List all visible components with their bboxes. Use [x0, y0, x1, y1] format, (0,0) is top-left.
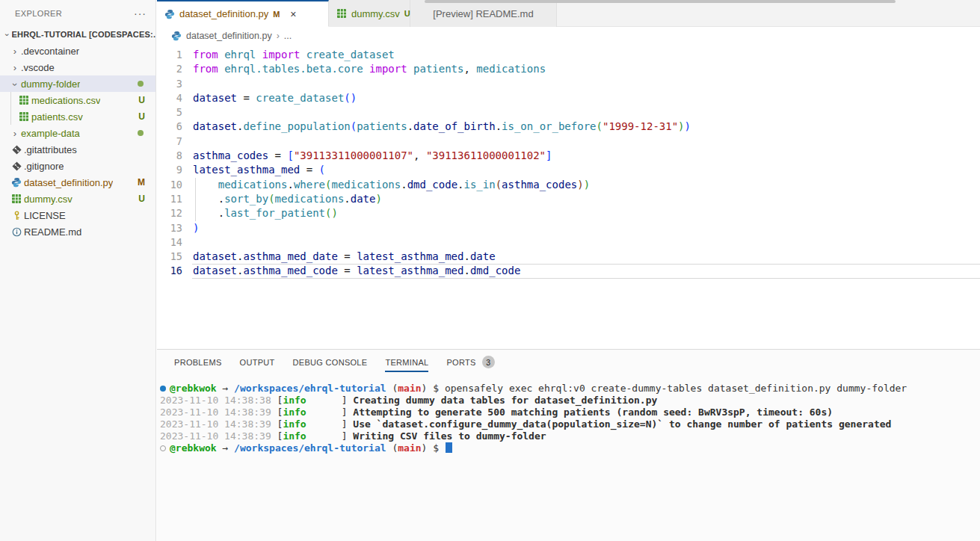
tab-dummy-csv[interactable]: dummy.csv U — [329, 0, 410, 27]
python-icon — [164, 9, 175, 19]
line-number: 11 — [157, 192, 182, 206]
tree-item-label: README.md — [24, 226, 81, 238]
code-line[interactable]: 5 — [157, 105, 980, 120]
tree-item-dummy-folder[interactable]: ›dummy-folder — [0, 75, 155, 92]
file-tree: ›.devcontainer›.vscode›dummy-foldermedic… — [0, 43, 155, 240]
code-line[interactable]: 2from ehrql.tables.beta.core import pati… — [157, 62, 980, 76]
tree-item-label: LICENSE — [24, 210, 66, 221]
line-number: 14 — [157, 235, 182, 250]
terminal-output[interactable]: @rebkwok → /workspaces/ehrql-tutorial (m… — [157, 374, 980, 454]
git-status-badge: U — [138, 111, 145, 122]
code-line[interactable]: 6dataset.define_population(patients.date… — [157, 120, 980, 134]
tree-item-example-data[interactable]: ›example-data — [0, 125, 155, 141]
code-line[interactable]: 3 — [157, 77, 980, 91]
line-number: 3 — [157, 77, 182, 91]
tab-problems[interactable]: PROBLEMS — [174, 350, 222, 374]
tab-dataset-definition[interactable]: dataset_definition.py M × — [157, 0, 329, 27]
tree-item-label: dataset_definition.py — [24, 177, 113, 188]
tab-label: [Preview] README.md — [433, 8, 533, 19]
tree-item--devcontainer[interactable]: ›.devcontainer — [0, 43, 155, 59]
tree-item--vscode[interactable]: ›.vscode — [0, 59, 155, 75]
line-number: 8 — [157, 149, 182, 163]
git-icon — [9, 145, 24, 155]
tree-item-label: .vscode — [21, 62, 55, 73]
tab-scrollbar-thumb[interactable] — [425, 0, 896, 3]
chevron-down-icon: › — [1, 30, 12, 39]
code-line[interactable]: 10 medications.where(medications.dmd_cod… — [157, 178, 980, 192]
tree-item-readme-md[interactable]: README.md — [0, 223, 155, 240]
chevron-right-icon: › — [9, 128, 21, 139]
chevron-right-icon: › — [9, 62, 21, 73]
close-icon[interactable]: × — [287, 8, 299, 20]
line-number: 1 — [157, 48, 182, 62]
python-icon — [9, 177, 24, 188]
code-line[interactable]: 13) — [157, 221, 980, 235]
git-status-badge: M — [138, 177, 145, 188]
tree-item-license[interactable]: LICENSE — [0, 207, 155, 223]
ports-count-badge: 3 — [482, 356, 495, 368]
code-line[interactable]: 15dataset.asthma_med_date = latest_asthm… — [157, 250, 980, 264]
tree-item-patients-csv[interactable]: patients.csvU — [10, 108, 155, 125]
csv-icon — [9, 194, 24, 204]
code-line[interactable]: 11 .sort_by(medications.date) — [157, 192, 980, 206]
code-line[interactable]: 12 .last_for_patient() — [157, 206, 980, 220]
code-line[interactable]: 1from ehrql import create_dataset — [157, 48, 980, 62]
csv-icon — [16, 111, 31, 122]
breadcrumb-file[interactable]: dataset_definition.py — [186, 31, 272, 41]
code-line[interactable]: 7 — [157, 135, 980, 149]
code-line[interactable]: 8asthma_codes = ["39113311000001107", "3… — [157, 149, 980, 163]
terminal-log-line: 2023-11-10 14:38:39 [info ] Use `dataset… — [160, 418, 980, 430]
code-line[interactable]: 9latest_asthma_med = ( — [157, 163, 980, 177]
tab-ports[interactable]: PORTS 3 — [446, 350, 494, 374]
explorer-title: EXPLORER — [15, 9, 62, 18]
tree-item-dummy-csv[interactable]: dummy.csvU — [0, 191, 155, 207]
ports-label: PORTS — [446, 350, 475, 374]
tree-item-label: .gitattributes — [24, 144, 77, 155]
code-line[interactable]: 14 — [157, 235, 980, 250]
tree-item-label: patients.csv — [31, 111, 83, 123]
tab-label: dummy.csv — [351, 8, 400, 19]
terminal-prompt-line: @rebkwok → /workspaces/ehrql-tutorial (m… — [160, 383, 980, 395]
chevron-right-icon: › — [9, 46, 21, 57]
line-number: 2 — [157, 62, 182, 76]
breadcrumb[interactable]: dataset_definition.py › ... — [157, 27, 980, 45]
terminal-cursor — [446, 442, 452, 453]
git-changes-dot — [138, 130, 144, 136]
code-line[interactable]: 16dataset.asthma_med_code = latest_asthm… — [157, 264, 980, 278]
tree-item--gitignore[interactable]: .gitignore — [0, 158, 155, 174]
tree-item-dataset-definition-py[interactable]: dataset_definition.pyM — [0, 174, 155, 191]
vscode-window: EXPLORER ··· › EHRQL-TUTORIAL [CODESPACE… — [0, 0, 980, 541]
tab-debug-console[interactable]: DEBUG CONSOLE — [293, 350, 368, 374]
terminal-prompt-line[interactable]: @rebkwok → /workspaces/ehrql-tutorial (m… — [160, 442, 980, 454]
tree-item--gitattributes[interactable]: .gitattributes — [0, 141, 155, 158]
editor-tab-bar: dataset_definition.py M × dummy.csv U [P… — [157, 0, 980, 27]
line-number: 15 — [157, 250, 182, 264]
line-number: 7 — [157, 135, 182, 149]
explorer-header: EXPLORER ··· — [0, 0, 155, 26]
editor-group: dataset_definition.py M × dummy.csv U [P… — [157, 0, 980, 541]
modified-badge: M — [273, 10, 280, 19]
explorer-root-folder[interactable]: › EHRQL-TUTORIAL [CODESPACES:... — [0, 26, 155, 43]
line-number: 9 — [157, 163, 182, 177]
breadcrumb-more[interactable]: ... — [284, 31, 292, 41]
git-changes-dot — [138, 81, 144, 87]
tab-terminal[interactable]: TERMINAL — [385, 350, 428, 374]
code-editor[interactable]: 1from ehrql import create_dataset2from e… — [157, 46, 980, 349]
explorer-more-actions-button[interactable]: ··· — [134, 7, 147, 19]
command-status-dot — [160, 445, 166, 451]
tab-output[interactable]: OUTPUT — [240, 350, 275, 374]
line-number: 5 — [157, 105, 182, 120]
tree-item-medications-csv[interactable]: medications.csvU — [10, 92, 155, 108]
tab-readme-preview[interactable]: [Preview] README.md — [410, 0, 557, 27]
explorer-sidebar: EXPLORER ··· › EHRQL-TUTORIAL [CODESPACE… — [0, 0, 156, 541]
explorer-root-label: EHRQL-TUTORIAL [CODESPACES:... — [12, 30, 155, 39]
line-number: 10 — [157, 178, 182, 192]
csv-icon — [336, 8, 347, 19]
line-number: 16 — [157, 264, 182, 278]
code-line[interactable]: 4dataset = create_dataset() — [157, 91, 980, 105]
csv-icon — [16, 95, 31, 105]
info-icon — [9, 227, 24, 237]
line-number: 12 — [157, 206, 182, 220]
tree-item-label: .gitignore — [24, 161, 64, 172]
terminal-command: opensafely exec ehrql:v0 create-dummy-ta… — [445, 383, 907, 394]
